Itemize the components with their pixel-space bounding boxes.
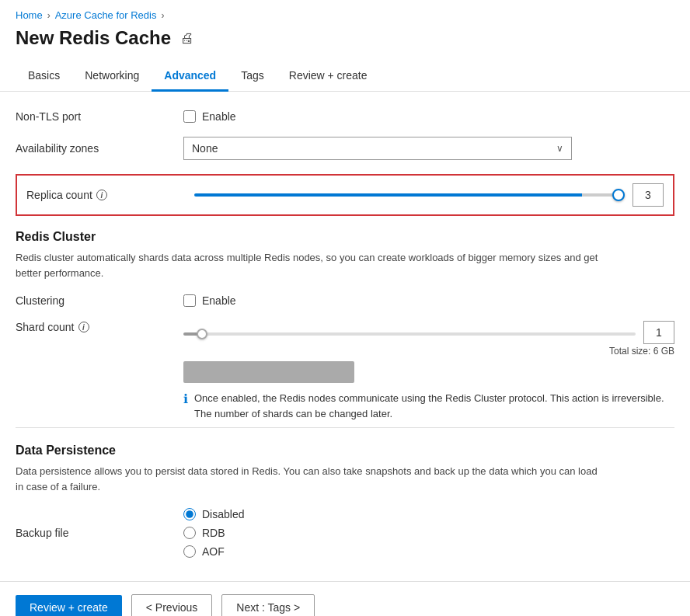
backup-file-control: Disabled RDB AOF [183,508,674,558]
breadcrumb: Home › Azure Cache for Redis › [0,0,690,24]
backup-rdb-label: RDB [202,527,225,539]
backup-aof-label: AOF [202,545,225,558]
next-button[interactable]: Next : Tags > [221,594,315,616]
total-size-label: Total size: 6 GB [183,346,674,357]
shard-count-info-icon[interactable]: i [78,322,89,332]
backup-file-row: Backup file Disabled RDB AOF [16,508,674,558]
redis-cluster-title: Redis Cluster [16,230,674,244]
replica-slider-thumb[interactable] [612,189,625,201]
data-persistence-title: Data Persistence [16,444,674,458]
replica-count-row: Replica count i 3 [16,174,674,216]
footer: Review + create < Previous Next : Tags > [0,581,690,616]
replica-count-info-icon[interactable]: i [96,190,107,200]
clustering-checkbox-label: Enable [202,294,236,307]
backup-file-radio-group: Disabled RDB AOF [183,508,674,558]
backup-aof-option[interactable]: AOF [183,545,674,558]
availability-zones-value: None [192,142,218,155]
shard-slider-thumb[interactable] [197,329,207,339]
backup-aof-radio[interactable] [183,545,196,558]
data-persistence-desc: Data persistence allows you to persist d… [16,464,606,494]
shard-slider-col: 1 Total size: 6 GB [183,321,674,383]
availability-zones-dropdown[interactable]: None ∨ [183,137,572,160]
review-create-button[interactable]: Review + create [16,595,122,616]
backup-file-label: Backup file [16,527,171,539]
tab-advanced[interactable]: Advanced [152,61,228,92]
non-tls-row: Non-TLS port Enable [16,110,674,123]
non-tls-label: Non-TLS port [16,110,171,123]
breadcrumb-sep2: › [161,10,164,21]
shard-count-value[interactable]: 1 [643,321,674,344]
shard-slider-track[interactable] [183,332,636,336]
availability-zones-control: None ∨ [183,137,674,160]
shard-count-row: Shard count i 1 Total size: 6 GB [16,321,674,383]
tabs-bar: Basics Networking Advanced Tags Review +… [0,61,690,92]
clustering-label: Clustering [16,294,171,307]
cluster-info-box: ℹ Once enabled, the Redis nodes communic… [183,391,674,421]
backup-disabled-option[interactable]: Disabled [183,508,674,520]
clustering-control: Enable [183,294,674,307]
page-header: New Redis Cache 🖨 [0,24,690,61]
breadcrumb-sep1: › [47,10,51,21]
page-title: New Redis Cache [16,27,171,49]
previous-button[interactable]: < Previous [131,594,213,616]
non-tls-checkbox-label: Enable [202,110,236,123]
tab-networking[interactable]: Networking [72,61,152,92]
backup-disabled-radio[interactable] [183,508,196,520]
tab-tags[interactable]: Tags [228,61,277,92]
backup-disabled-label: Disabled [202,508,244,520]
breadcrumb-service[interactable]: Azure Cache for Redis [55,9,157,21]
redis-cluster-section: Redis Cluster Redis cluster automaticall… [16,230,674,421]
content-area: Non-TLS port Enable Availability zones N… [0,110,690,558]
tab-review[interactable]: Review + create [277,61,380,92]
clustering-row: Clustering Enable [16,294,674,307]
cluster-info-text: Once enabled, the Redis nodes communicat… [194,391,674,421]
data-persistence-section: Data Persistence Data persistence allows… [16,444,674,558]
dropdown-arrow-icon: ∨ [556,143,563,154]
non-tls-control: Enable [183,110,674,123]
non-tls-checkbox[interactable] [183,110,196,123]
availability-zones-label: Availability zones [16,142,171,155]
replica-count-value[interactable]: 3 [632,183,664,207]
section-divider-1 [16,427,674,428]
backup-rdb-option[interactable]: RDB [183,527,674,539]
tab-basics[interactable]: Basics [16,61,72,92]
availability-zones-row: Availability zones None ∨ [16,137,674,160]
clustering-checkbox[interactable] [183,294,196,307]
replica-slider-track[interactable] [194,193,625,197]
cluster-info-icon: ℹ [183,392,188,406]
redis-cluster-desc: Redis cluster automatically shards data … [16,250,606,280]
backup-rdb-radio[interactable] [183,527,196,539]
replica-count-label: Replica count i [26,189,182,201]
shard-disabled-bar [183,361,354,383]
print-icon[interactable]: 🖨 [180,30,194,47]
shard-count-label: Shard count i [16,321,171,333]
replica-slider-wrapper: 3 [194,183,664,207]
breadcrumb-home[interactable]: Home [16,9,43,21]
